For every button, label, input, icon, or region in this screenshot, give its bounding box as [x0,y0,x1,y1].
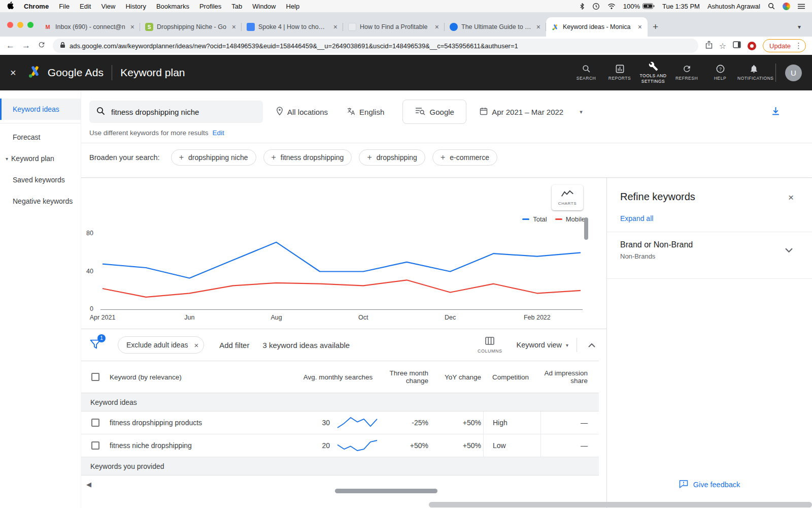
broaden-chip[interactable]: +e-commerce [432,149,497,166]
browser-tab[interactable]: SDropshipping Niche - Go× [140,17,242,37]
chrome-menu-icon[interactable]: ⋮ [795,41,802,50]
sidebar-item-saved-keywords[interactable]: Saved keywords [0,169,81,190]
edit-keywords-link[interactable]: Edit [213,129,224,137]
update-button[interactable]: Update ⋮ [763,39,806,52]
broaden-chip[interactable]: +dropshipping [359,149,425,166]
appbar-help[interactable]: ?HELP [703,61,737,84]
browser-tab[interactable]: Spoke 4 | How to choose× [242,17,343,37]
sidebar-item-keyword-plan[interactable]: ▾Keyword plan [0,148,81,169]
filter-chip[interactable]: Exclude adult ideas × [118,336,204,354]
appbar-tools[interactable]: TOOLS AND SETTINGS [636,58,670,87]
share-icon[interactable] [705,41,713,51]
spotlight-icon[interactable] [768,3,775,10]
network-control[interactable]: Google [402,100,466,124]
browser-tab[interactable]: The Ultimate Guide to Dr× [445,17,546,37]
columns-button[interactable]: COLUMNS [478,337,502,354]
bluetooth-icon[interactable] [580,3,585,10]
browser-tab[interactable]: MInbox (690) - connect@n× [39,17,140,37]
locations-control[interactable]: All locations [276,107,328,117]
menu-window[interactable]: Window [252,3,276,10]
header-avg-searches[interactable]: Avg. monthly searches [294,373,382,381]
give-feedback-button[interactable]: Give feedback [607,480,812,490]
header-ad-share[interactable]: Ad impression share [540,369,599,385]
brand-group[interactable]: Brand or Non-Brand Non-Brands [620,232,794,269]
charts-button[interactable]: CHARTS [552,185,583,210]
keyword-view-dropdown[interactable]: Keyword view ▾ [517,341,568,349]
maximize-window-button[interactable] [27,22,33,28]
legend-total[interactable]: Total [522,215,547,223]
keyword-search-input[interactable]: fitness dropshipping niche [89,101,263,123]
menu-profiles[interactable]: Profiles [199,3,221,10]
tab-close-icon[interactable]: × [636,23,644,31]
language-control[interactable]: English [347,107,384,117]
close-icon[interactable]: × [788,192,794,203]
collapse-panel-button[interactable] [585,340,598,350]
minimize-window-button[interactable] [17,22,23,28]
menu-bookmarks[interactable]: Bookmarks [156,3,189,10]
bookmark-star-icon[interactable]: ☆ [719,41,726,51]
appbar-refresh[interactable]: REFRESH [670,61,703,84]
row-checkbox[interactable] [91,419,99,427]
menu-chrome[interactable]: Chrome [24,3,49,10]
collapse-left-icon[interactable]: ◀ [86,481,91,488]
header-three-month[interactable]: Three month change [382,369,430,385]
sidebar-item-negative-keywords[interactable]: Negative keywords [0,190,81,212]
tab-close-icon[interactable]: × [230,23,238,31]
tab-close-icon[interactable]: × [129,23,136,31]
browser-tab[interactable]: Keyword ideas - Monica× [546,17,648,37]
forward-button[interactable]: → [22,41,30,51]
tab-search-chevron-icon[interactable]: ▾ [791,23,808,37]
menu-tab[interactable]: Tab [231,3,242,10]
tab-close-icon[interactable]: × [535,23,542,31]
google-ads-brand[interactable]: Google Ads [27,64,104,81]
new-tab-button[interactable]: + [648,21,663,37]
address-bar[interactable]: ads.google.com/aw/keywordplanner/ideas/n… [53,39,698,53]
appbar-search[interactable]: SEARCH [569,61,603,84]
select-all-checkbox[interactable] [91,373,99,381]
menu-file[interactable]: File [59,3,70,10]
close-window-button[interactable] [7,22,13,28]
reload-button[interactable] [38,41,46,51]
horizontal-scrollbar-thumb[interactable] [335,489,437,493]
time-machine-icon[interactable] [592,3,600,10]
browser-tab[interactable]: How to Find a Profitable× [343,17,445,37]
lock-icon[interactable] [60,42,65,50]
add-filter-button[interactable]: Add filter [219,341,249,350]
vertical-scrollbar-thumb[interactable] [584,217,588,240]
tab-close-icon[interactable]: × [332,23,339,31]
close-icon[interactable]: × [10,67,16,79]
menubar-clock[interactable]: Tue 1:35 PM [662,3,700,10]
apple-icon[interactable] [7,2,14,11]
download-button[interactable] [771,106,781,118]
menu-view[interactable]: View [101,3,115,10]
appbar-bell[interactable]: NOTIFICATIONS [737,61,770,84]
legend-mobile[interactable]: Mobile [555,215,585,223]
extension-icon[interactable] [748,42,756,50]
table-row[interactable]: fitness niche dropshipping20+50%+50%Low— [81,434,599,457]
date-range-control[interactable]: Apr 2021 – Mar 2022 ▾ [480,107,582,117]
menubar-user[interactable]: Ashutosh Agrawal [707,3,760,10]
expand-all-link[interactable]: Expand all [620,214,794,223]
appbar-reports[interactable]: REPORTS [603,61,636,84]
user-profile-icon[interactable] [783,3,790,10]
wifi-icon[interactable] [607,3,616,9]
menu-edit[interactable]: Edit [80,3,91,10]
avatar[interactable]: U [785,65,802,81]
menu-history[interactable]: History [125,3,146,10]
header-keyword[interactable]: Keyword (by relevance) [110,373,294,381]
broaden-chip[interactable]: +fitness dropshipping [263,149,352,166]
sidebar-item-keyword-ideas[interactable]: Keyword ideas [0,99,81,120]
window-horizontal-scrollbar[interactable] [429,502,812,507]
remove-filter-icon[interactable]: × [194,341,198,350]
broaden-chip[interactable]: +dropshipping niche [171,149,256,166]
control-center-icon[interactable] [798,4,805,9]
back-button[interactable]: ← [6,41,15,51]
header-competition[interactable]: Competition [483,373,540,381]
filter-button[interactable]: 1 [89,339,107,352]
side-panel-icon[interactable] [733,41,741,50]
header-yoy[interactable]: YoY change [430,373,483,381]
table-row[interactable]: fitness dropshipping products30-25%+50%H… [81,411,599,434]
menu-help[interactable]: Help [286,3,300,10]
row-checkbox[interactable] [91,441,99,450]
tab-close-icon[interactable]: × [433,23,441,31]
